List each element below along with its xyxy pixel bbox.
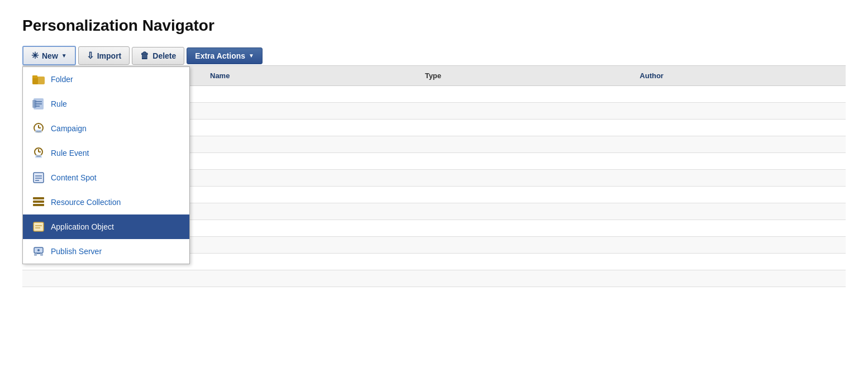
content-spot-icon bbox=[32, 171, 45, 184]
table-cell bbox=[416, 120, 631, 136]
table-cell bbox=[201, 270, 416, 287]
table-cell bbox=[631, 86, 846, 102]
table-cell bbox=[416, 203, 631, 220]
resource-collection-icon bbox=[32, 195, 45, 209]
table-cell bbox=[416, 187, 631, 203]
dropdown-item-rule-event[interactable]: Rule Event bbox=[23, 141, 189, 165]
table-cell bbox=[631, 103, 846, 119]
table-cell bbox=[416, 153, 631, 169]
resource-collection-label: Resource Collection bbox=[51, 198, 121, 207]
table-cell bbox=[201, 103, 416, 119]
table-cell bbox=[416, 170, 631, 186]
content-spot-label: Content Spot bbox=[51, 173, 97, 182]
svg-rect-26 bbox=[33, 204, 44, 206]
campaign-icon bbox=[32, 122, 45, 135]
svg-point-35 bbox=[37, 249, 40, 251]
delete-button[interactable]: 🗑 Delete bbox=[132, 47, 184, 65]
table-cell bbox=[631, 153, 846, 169]
svg-rect-32 bbox=[34, 254, 37, 256]
table-cell bbox=[631, 220, 846, 236]
table-cell bbox=[416, 254, 631, 270]
publish-server-label: Publish Server bbox=[51, 247, 102, 256]
table-cell bbox=[416, 220, 631, 236]
svg-rect-19 bbox=[34, 173, 44, 183]
import-button[interactable]: ⇩ Import bbox=[78, 46, 130, 65]
rule-event-icon bbox=[32, 146, 45, 160]
page-title: Personalization Navigator bbox=[22, 17, 846, 35]
folder-icon bbox=[32, 73, 45, 86]
rule-label: Rule bbox=[51, 99, 67, 108]
table-row[interactable] bbox=[22, 270, 846, 287]
extra-actions-button-label: Extra Actions bbox=[195, 51, 245, 60]
table-cell bbox=[631, 270, 846, 287]
table-cell bbox=[416, 237, 631, 253]
table-cell bbox=[201, 254, 416, 270]
dropdown-item-folder[interactable]: Folder bbox=[23, 67, 189, 92]
page-container: Personalization Navigator ✳ New ▼ Folder… bbox=[0, 0, 868, 304]
new-dropdown-wrapper: ✳ New ▼ FolderRuleCampaignRule EventCont… bbox=[22, 46, 76, 65]
table-cell bbox=[201, 136, 416, 152]
table-cell bbox=[631, 170, 846, 186]
table-cell bbox=[201, 220, 416, 236]
application-object-icon bbox=[32, 220, 45, 233]
table-cell bbox=[201, 187, 416, 203]
new-button-label: New bbox=[42, 51, 58, 60]
table-cell bbox=[22, 270, 201, 287]
extra-actions-chevron-icon: ▼ bbox=[249, 53, 254, 59]
publish-server-icon bbox=[32, 245, 45, 258]
dropdown-item-application-object[interactable]: Application Object bbox=[23, 214, 189, 239]
dropdown-item-content-spot[interactable]: Content Spot bbox=[23, 165, 189, 190]
svg-rect-27 bbox=[34, 222, 44, 231]
new-button[interactable]: ✳ New ▼ bbox=[22, 46, 76, 65]
campaign-label: Campaign bbox=[51, 124, 87, 133]
table-cell bbox=[201, 237, 416, 253]
table-cell bbox=[416, 270, 631, 287]
table-cell bbox=[201, 203, 416, 220]
table-cell bbox=[201, 153, 416, 169]
svg-rect-33 bbox=[40, 254, 43, 256]
svg-rect-2 bbox=[32, 75, 37, 78]
table-cell bbox=[631, 187, 846, 203]
table-cell bbox=[201, 120, 416, 136]
svg-rect-8 bbox=[32, 100, 36, 108]
extra-actions-button[interactable]: Extra Actions ▼ bbox=[187, 47, 263, 64]
col-name: Name bbox=[201, 66, 416, 85]
dropdown-item-rule[interactable]: Rule bbox=[23, 92, 189, 116]
dropdown-item-resource-collection[interactable]: Resource Collection bbox=[23, 190, 189, 214]
rule-icon bbox=[32, 97, 45, 111]
svg-rect-24 bbox=[33, 197, 44, 199]
table-cell bbox=[201, 170, 416, 186]
new-dropdown-menu: FolderRuleCampaignRule EventContent Spot… bbox=[22, 66, 190, 264]
col-author: Author bbox=[631, 66, 846, 85]
toolbar: ✳ New ▼ FolderRuleCampaignRule EventCont… bbox=[22, 46, 846, 65]
delete-button-label: Delete bbox=[152, 51, 176, 60]
col-type: Type bbox=[416, 66, 631, 85]
table-cell bbox=[631, 120, 846, 136]
dropdown-item-publish-server[interactable]: Publish Server bbox=[23, 239, 189, 264]
folder-label: Folder bbox=[51, 75, 73, 84]
table-cell bbox=[631, 203, 846, 220]
delete-icon: 🗑 bbox=[140, 51, 149, 61]
table-cell bbox=[416, 86, 631, 102]
asterisk-icon: ✳ bbox=[31, 50, 39, 61]
table-cell bbox=[416, 136, 631, 152]
dropdown-item-campaign[interactable]: Campaign bbox=[23, 116, 189, 141]
rule-event-label: Rule Event bbox=[51, 149, 89, 158]
table-cell bbox=[631, 136, 846, 152]
import-button-label: Import bbox=[97, 51, 122, 60]
svg-rect-25 bbox=[33, 201, 44, 203]
table-cell bbox=[201, 86, 416, 102]
table-cell bbox=[416, 103, 631, 119]
application-object-label: Application Object bbox=[51, 222, 114, 231]
table-cell bbox=[631, 254, 846, 270]
new-chevron-icon: ▼ bbox=[61, 53, 67, 59]
import-icon: ⇩ bbox=[87, 50, 94, 61]
table-cell bbox=[631, 237, 846, 253]
